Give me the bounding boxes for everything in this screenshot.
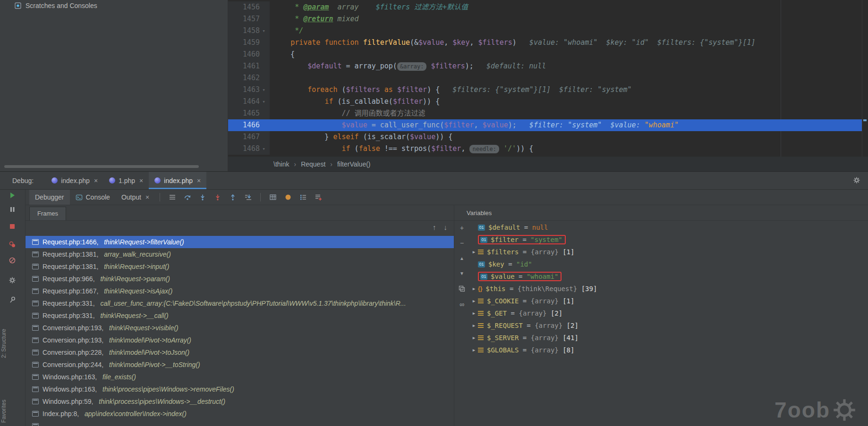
tab-debugger[interactable]: Debugger xyxy=(29,190,70,205)
line-gutter[interactable]: 1464▾ xyxy=(228,96,270,108)
line-gutter[interactable]: 1466 xyxy=(228,119,270,131)
view-breakpoints-icon[interactable] xyxy=(9,241,16,248)
editor-scrollbar-stripe[interactable] xyxy=(862,0,868,157)
layout-menu-icon[interactable] xyxy=(168,193,177,201)
line-gutter[interactable]: 1456 xyxy=(228,1,270,13)
mute-breakpoints-icon[interactable] xyxy=(9,257,16,264)
debugger-settings-gear-icon[interactable] xyxy=(9,276,16,284)
code-line[interactable]: 1462 xyxy=(228,72,868,84)
horizontal-scrollbar[interactable] xyxy=(4,165,199,168)
expand-arrow-icon[interactable]: ▶ xyxy=(470,286,478,291)
code-line[interactable]: 1467 } elseif (is_scalar($value)) { xyxy=(228,131,868,143)
frame-row[interactable]: Conversion.php:228, think\model\Pivot->t… xyxy=(26,346,454,359)
variable-row[interactable]: ▶$_SERVER = {array} [41] xyxy=(470,332,868,344)
code-line[interactable]: 1466 $value = call_user_func($filter, $v… xyxy=(228,119,868,131)
tab-output[interactable]: Output × xyxy=(116,190,155,205)
variable-row[interactable]: 01$filter = "system" xyxy=(470,234,868,246)
expand-arrow-icon[interactable]: ▶ xyxy=(470,323,478,328)
close-icon[interactable]: × xyxy=(197,177,201,184)
code-editor[interactable]: 1456 * @param array $filters 过滤方法+默认值145… xyxy=(228,0,868,157)
line-gutter[interactable]: 1457 xyxy=(228,13,270,25)
sidebar-structure-label[interactable]: 2: Structure xyxy=(0,329,7,358)
code-line[interactable]: 1468▾ if (false !== strpos($filter, need… xyxy=(228,143,868,155)
fold-icon[interactable]: ▾ xyxy=(260,143,268,155)
resume-icon[interactable] xyxy=(9,192,16,199)
frame-row[interactable]: Request.php:966, think\Request->param() xyxy=(26,273,454,285)
code-line[interactable]: 1458▾ */ xyxy=(228,25,868,37)
close-icon[interactable]: × xyxy=(145,193,149,201)
expand-arrow-icon[interactable]: ▶ xyxy=(470,348,478,352)
frame-row[interactable]: Index.php:8, app\index\controller\Index-… xyxy=(26,408,454,420)
line-gutter[interactable]: 1465 xyxy=(228,108,270,119)
breadcrumb-item[interactable]: filterValue() xyxy=(337,160,371,168)
step-out-icon[interactable] xyxy=(229,193,237,201)
step-into-icon[interactable] xyxy=(198,193,207,201)
variable-row[interactable]: ▶$filters = {array} [1] xyxy=(470,246,868,258)
new-watch-icon[interactable]: + xyxy=(458,224,466,232)
variable-row[interactable]: ▶{}$this = {think\Request} [39] xyxy=(470,283,868,295)
watch-glasses-icon[interactable]: ∞ xyxy=(458,301,466,308)
add-to-watches-icon[interactable] xyxy=(314,193,323,201)
line-gutter[interactable]: 1460 xyxy=(228,49,270,60)
frame-row[interactable]: Request.php:1381, array_walk_recursive() xyxy=(26,248,454,260)
expand-arrow-icon[interactable]: ▶ xyxy=(470,299,478,303)
code-line[interactable]: 1460 { xyxy=(228,49,868,60)
settings-gear-icon[interactable] xyxy=(853,176,860,186)
frame-row[interactable]: Windows.php:163, file_exists() xyxy=(26,371,454,383)
frame-row[interactable]: Conversion.php:193, think\Request->visib… xyxy=(26,322,454,334)
frame-row[interactable]: Windows.php:163, think\process\pipes\Win… xyxy=(26,383,454,395)
code-line[interactable]: 1464▾ if (is_callable($filter)) { xyxy=(228,96,868,108)
code-line[interactable]: 1461 $default = array_pop(&array: $filte… xyxy=(228,60,868,72)
line-gutter[interactable]: 1463▾ xyxy=(228,84,270,96)
code-line[interactable]: 1459 private function filterValue(&$valu… xyxy=(228,37,868,49)
step-over-icon[interactable] xyxy=(183,193,192,201)
remove-watch-icon[interactable]: − xyxy=(458,239,466,247)
duplicate-icon[interactable] xyxy=(458,285,466,293)
variable-row[interactable]: ▶$_REQUEST = {array} [2] xyxy=(470,319,868,332)
fold-icon[interactable]: ▾ xyxy=(260,84,268,96)
variable-row[interactable]: 01$default = null xyxy=(470,221,868,234)
variable-row[interactable]: 01$key = "id" xyxy=(470,258,868,270)
variable-row[interactable]: 01$value = "whoami" xyxy=(470,270,868,283)
breadcrumb-item[interactable]: \think xyxy=(273,160,289,168)
expand-arrow-icon[interactable]: ▶ xyxy=(470,335,478,340)
debug-session-tab-1-php[interactable]: 1.php × xyxy=(103,172,149,189)
tab-console[interactable]: Console xyxy=(70,190,116,205)
debug-session-tab-index-php[interactable]: index.php × xyxy=(46,172,103,189)
frame-row[interactable]: Conversion.php:244, think\model\Pivot->_… xyxy=(26,359,454,371)
line-gutter[interactable]: 1467 xyxy=(228,131,270,143)
frame-row[interactable]: Windows.php:59, think\process\pipes\Wind… xyxy=(26,395,454,408)
stop-icon[interactable] xyxy=(9,223,16,230)
frame-row[interactable]: Request.php:1667, think\Request->isAjax(… xyxy=(26,285,454,297)
frame-down-icon[interactable]: ↓ xyxy=(444,223,448,231)
tab-frames[interactable]: Frames xyxy=(29,207,66,220)
frame-row[interactable]: Request.php:1381, think\Request->input() xyxy=(26,260,454,273)
project-item-scratches[interactable]: Scratches and Consoles xyxy=(14,2,97,9)
code-line[interactable]: 1456 * @param array $filters 过滤方法+默认值 xyxy=(228,1,868,13)
frame-row[interactable]: Request.php:1466, think\Request->filterV… xyxy=(26,236,454,248)
line-gutter[interactable]: 1458▾ xyxy=(228,25,270,37)
line-gutter[interactable]: 1461 xyxy=(228,60,270,72)
sidebar-favorites-label[interactable]: Favorites xyxy=(0,400,7,423)
debug-session-tab-index-php-active[interactable]: index.php × xyxy=(149,172,206,189)
fold-icon[interactable]: ▾ xyxy=(260,25,268,37)
expand-arrow-icon[interactable]: ▶ xyxy=(470,250,478,254)
frame-row[interactable]: Request.php:331, think\Request->__call() xyxy=(26,309,454,322)
frame-up-icon[interactable]: ↑ xyxy=(433,223,436,231)
code-line[interactable]: 1463▾ foreach ($filters as $filter) { $f… xyxy=(228,84,868,96)
pin-icon[interactable] xyxy=(9,296,16,303)
variable-row[interactable]: ▶$_COOKIE = {array} [1] xyxy=(470,295,868,307)
pause-icon[interactable] xyxy=(9,206,16,213)
frame-row[interactable]: Conversion.php:193, think\model\Pivot->t… xyxy=(26,334,454,346)
breadcrumb-item[interactable]: Request xyxy=(301,160,325,168)
move-down-icon[interactable]: ▼ xyxy=(458,270,466,277)
close-icon[interactable]: × xyxy=(139,177,143,184)
force-step-into-icon[interactable] xyxy=(213,193,222,201)
line-gutter[interactable]: 1462 xyxy=(228,72,270,84)
variable-row[interactable]: ▶$_GET = {array} [2] xyxy=(470,307,868,319)
run-to-cursor-icon[interactable] xyxy=(244,193,252,201)
code-line[interactable]: 1457 * @return mixed xyxy=(228,13,868,25)
close-icon[interactable]: × xyxy=(94,177,98,184)
orange-circle-icon[interactable] xyxy=(284,193,292,201)
numbered-list-icon[interactable] xyxy=(299,193,307,201)
